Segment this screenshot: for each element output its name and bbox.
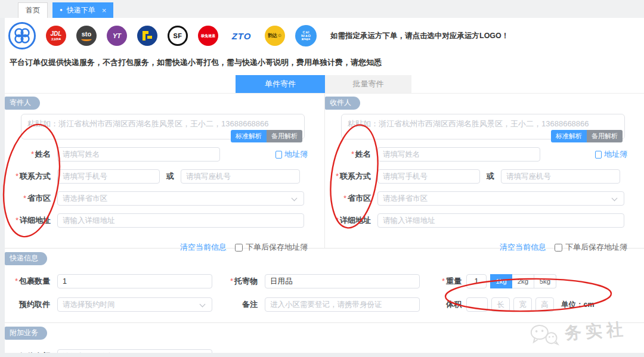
volume-label: 体积	[439, 299, 466, 310]
addon-badge: 附加业务	[5, 327, 47, 340]
addon-section: 附加业务 保价金额	[5, 323, 644, 353]
insured-input[interactable]	[57, 349, 212, 353]
jt-express-logo[interactable]: 极兔速递	[198, 26, 218, 46]
volume-height-input[interactable]	[535, 297, 554, 312]
yunda-express-logo[interactable]: 韵达☺	[265, 26, 285, 46]
recipient-paste-box: 标准解析 备用解析	[341, 114, 625, 139]
recipient-save-address-checkbox[interactable]	[555, 244, 562, 252]
sender-name-input[interactable]	[57, 147, 220, 162]
sender-badge: 寄件人	[5, 97, 40, 110]
express-row-1: *包裹数量 *托寄物 *重量 1kg 2kg 5kg	[5, 274, 644, 288]
sender-region-select[interactable]: 请选择省市区	[57, 191, 304, 206]
recipient-parse-buttons: 标准解析 备用解析	[551, 130, 623, 142]
recipient-region-label: 省市区	[348, 194, 371, 203]
sender-standard-parse-button[interactable]: 标准解析	[231, 130, 267, 142]
recipient-clear-link[interactable]: 清空当前信息	[500, 242, 546, 253]
carrier-select-tip: 如需指定承运方下单，请点击选中对应承运方LOGO！	[330, 31, 509, 41]
recipient-name-row: *姓名 地址簿	[325, 147, 644, 162]
sender-panel: 寄件人 标准解析 备用解析 *姓名 地址簿 *联系方式 或 *省市区	[5, 94, 324, 248]
main-content: JDL 京东快递 sto YT SF 极兔速递 ZTO 韵达☺ C∧I	[5, 18, 644, 353]
tab-express-order-label: 快递下单	[67, 5, 95, 15]
recipient-standard-parse-button[interactable]: 标准解析	[551, 130, 587, 142]
recipient-region-row: *省市区 请选择省市区	[325, 191, 644, 206]
sender-region-label: 省市区	[27, 194, 51, 203]
required-mark: *	[15, 277, 18, 285]
recipient-address-row: *详细地址	[325, 213, 644, 228]
required-mark: *	[442, 277, 445, 285]
insured-label: 保价金额	[12, 351, 57, 353]
close-tab-icon[interactable]: ×	[102, 6, 107, 15]
volume-width-input[interactable]	[513, 297, 532, 312]
insured-row: 保价金额	[5, 349, 644, 353]
window-tab-bar: 首页 ● 快递下单 ×	[0, 0, 644, 18]
volume-total-input[interactable]	[466, 297, 488, 312]
tab-single-shipment[interactable]: 单件寄件	[236, 75, 325, 93]
recipient-actions-row: 清空当前信息 下单后保存地址簿	[325, 242, 644, 253]
yto-express-logo[interactable]: YT	[107, 26, 127, 46]
pickup-time-select[interactable]: 请选择预约时间	[57, 297, 212, 312]
sender-backup-parse-button[interactable]: 备用解析	[267, 130, 302, 142]
recipient-mobile-input[interactable]	[377, 169, 480, 184]
tab-batch-shipment[interactable]: 批量寄件	[325, 75, 411, 93]
sender-name-row: *姓名 地址簿	[5, 147, 324, 162]
volume-unit-label: 单位：cm	[561, 300, 595, 310]
recipient-name-input[interactable]	[377, 147, 540, 162]
sender-contact-row: *联系方式 或	[5, 169, 324, 184]
required-mark: *	[31, 150, 34, 159]
weight-label: 重量	[446, 277, 462, 285]
recipient-landline-input[interactable]	[501, 169, 620, 184]
recipient-name-label: 姓名	[355, 150, 371, 159]
remark-label: 备注	[229, 299, 265, 310]
sender-contact-label: 联系方式	[20, 172, 51, 181]
sf-express-logo[interactable]: SF	[168, 26, 188, 46]
required-mark: *	[16, 172, 18, 181]
package-count-label: 包裹数量	[19, 277, 50, 285]
address-book-icon	[275, 151, 282, 159]
address-panels: 寄件人 标准解析 备用解析 *姓名 地址簿 *联系方式 或 *省市区	[5, 93, 644, 249]
tab-express-order[interactable]: ● 快递下单 ×	[52, 2, 113, 18]
required-mark: *	[343, 194, 346, 203]
ship-mode-tabs: 单件寄件 批量寄件	[236, 75, 644, 93]
recipient-contact-row: *联系方式 或	[325, 169, 644, 184]
sto-express-logo[interactable]: sto	[76, 26, 97, 46]
tab-home-label: 首页	[26, 5, 40, 15]
weight-value-input[interactable]	[466, 274, 487, 288]
sender-address-label: 详细地址	[20, 216, 51, 225]
weight-option-2kg[interactable]: 2kg	[512, 274, 534, 288]
recipient-address-input[interactable]	[377, 213, 624, 228]
sender-landline-input[interactable]	[181, 169, 300, 184]
or-text: 或	[166, 171, 174, 182]
sto-arc	[81, 37, 92, 41]
or-text: 或	[487, 171, 494, 182]
required-mark: *	[336, 172, 339, 181]
weight-option-5kg[interactable]: 5kg	[534, 274, 556, 288]
remark-input[interactable]	[265, 297, 420, 312]
recipient-region-select[interactable]: 请选择省市区	[377, 191, 624, 206]
service-notice: 平台订单仅提供快递服务，不含打包服务，如需快递小哥打包，需与快递小哥说明，费用单…	[5, 51, 644, 68]
required-mark: *	[351, 150, 354, 159]
cainiao-express-logo[interactable]: C∧I N!∧O 菜鸟速递	[295, 25, 317, 46]
platform-logo[interactable]	[8, 22, 36, 49]
goods-input[interactable]	[265, 274, 420, 288]
goods-label: 托寄物	[234, 277, 258, 285]
zto-express-logo[interactable]: ZTO	[228, 26, 255, 46]
required-mark: *	[16, 216, 18, 225]
sender-save-address-checkbox[interactable]	[235, 244, 243, 252]
sender-name-label: 姓名	[35, 150, 51, 159]
sender-address-book-link[interactable]: 地址簿	[275, 149, 308, 160]
sender-mobile-input[interactable]	[57, 169, 160, 184]
sender-address-input[interactable]	[57, 213, 304, 228]
blue-yellow-carrier-logo[interactable]	[137, 26, 157, 46]
recipient-address-book-link[interactable]: 地址簿	[595, 149, 627, 160]
volume-length-input[interactable]	[491, 297, 510, 312]
jd-express-logo[interactable]: JDL 京东快递	[46, 26, 66, 46]
tab-home[interactable]: 首页	[18, 2, 48, 18]
pickup-label: 预约取件	[12, 299, 57, 310]
package-count-input[interactable]	[57, 274, 212, 288]
sender-save-address-label: 下单后保存地址簿	[246, 242, 308, 253]
weight-option-1kg[interactable]: 1kg	[490, 274, 512, 288]
sender-parse-buttons: 标准解析 备用解析	[231, 130, 302, 142]
recipient-save-address-label: 下单后保存地址簿	[565, 242, 627, 253]
sender-clear-link[interactable]: 清空当前信息	[180, 242, 227, 253]
recipient-backup-parse-button[interactable]: 备用解析	[587, 130, 623, 142]
